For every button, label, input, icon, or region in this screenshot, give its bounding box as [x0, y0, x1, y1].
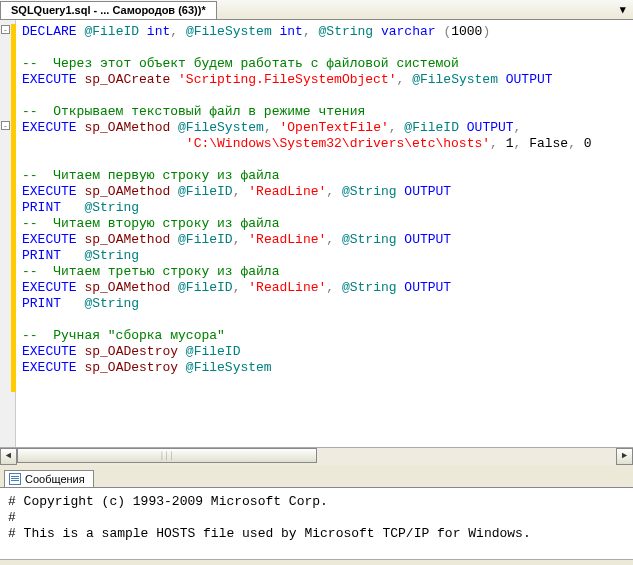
- punct: ,: [233, 280, 241, 295]
- tab-dropdown-icon[interactable]: ▾: [613, 0, 633, 19]
- var-filesystem: @FileSystem: [186, 24, 272, 39]
- var: @String: [342, 184, 397, 199]
- punct: ,: [264, 120, 272, 135]
- punct: ,: [326, 280, 334, 295]
- scroll-track[interactable]: │││: [17, 448, 616, 465]
- proc: sp_OADestroy: [84, 360, 178, 375]
- comment: -- Читаем первую строку из файла: [22, 168, 279, 183]
- messages-panel: Сообщения # Copyright (c) 1993-2009 Micr…: [0, 464, 633, 559]
- scroll-left-arrow-icon[interactable]: ◄: [0, 448, 17, 465]
- proc: sp_OAMethod: [84, 232, 170, 247]
- kw-int: int: [280, 24, 303, 39]
- change-marker: [11, 120, 16, 392]
- kw-execute: EXECUTE: [22, 232, 77, 247]
- pad: [61, 200, 84, 215]
- horizontal-scrollbar[interactable]: ◄ │││ ►: [0, 447, 633, 464]
- fold-toggle-icon[interactable]: -: [1, 121, 10, 130]
- var: @FileSystem: [412, 72, 498, 87]
- messages-tab[interactable]: Сообщения: [4, 470, 94, 487]
- message-line: # Copyright (c) 1993-2009 Microsoft Corp…: [8, 494, 328, 509]
- string: 'C:\Windows\System32\drivers\etc\hosts': [186, 136, 490, 151]
- document-tab[interactable]: SQLQuery1.sql - ... Самородов (63))*: [0, 1, 217, 19]
- editor-wrap: - - DECLARE @FileID int, @FileSystem int…: [0, 20, 633, 464]
- document-tab-bar: SQLQuery1.sql - ... Самородов (63))* ▾: [0, 0, 633, 20]
- var: @FileSystem: [178, 120, 264, 135]
- var-fileid: @FileID: [84, 24, 139, 39]
- var: @String: [342, 280, 397, 295]
- var: @FileID: [178, 232, 233, 247]
- message-line: # This is a sample HOSTS file used by Mi…: [8, 526, 531, 541]
- punct: ,: [514, 120, 522, 135]
- editor-gutter: - -: [0, 20, 16, 447]
- messages-tab-bar: Сообщения: [0, 465, 633, 487]
- punct: ,: [170, 24, 178, 39]
- punct: ,: [326, 232, 334, 247]
- punct: ,: [233, 184, 241, 199]
- comment: -- Открываем текстовый файл в режиме чте…: [22, 104, 365, 119]
- num: 1: [506, 136, 514, 151]
- proc: sp_OACreate: [84, 72, 170, 87]
- kw-varchar: varchar: [381, 24, 436, 39]
- var: @FileID: [186, 344, 241, 359]
- proc: sp_OAMethod: [84, 120, 170, 135]
- status-footer: [0, 559, 633, 565]
- fold-toggle-icon[interactable]: -: [1, 25, 10, 34]
- var: @FileID: [178, 184, 233, 199]
- comment: -- Через этот объект будем работать с фа…: [22, 56, 459, 71]
- kw-print: PRINT: [22, 200, 61, 215]
- var: @String: [84, 296, 139, 311]
- punct: ,: [568, 136, 576, 151]
- var: @String: [342, 232, 397, 247]
- tab-spacer: [217, 0, 613, 19]
- code-area[interactable]: DECLARE @FileID int, @FileSystem int, @S…: [16, 20, 633, 447]
- kw-output: OUTPUT: [404, 184, 451, 199]
- message-line: #: [8, 510, 16, 525]
- kw-print: PRINT: [22, 248, 61, 263]
- num: 1000: [451, 24, 482, 39]
- var: @FileID: [404, 120, 459, 135]
- scroll-right-arrow-icon[interactable]: ►: [616, 448, 633, 465]
- kw-print: PRINT: [22, 296, 61, 311]
- comment: -- Читаем вторую строку из файла: [22, 216, 279, 231]
- kw-false: False: [529, 136, 568, 151]
- punct: ,: [490, 136, 498, 151]
- messages-icon: [9, 473, 21, 485]
- string: 'ReadLine': [248, 280, 326, 295]
- var: @FileSystem: [186, 360, 272, 375]
- pad: [22, 136, 186, 151]
- var: @String: [84, 200, 139, 215]
- kw-output: OUTPUT: [467, 120, 514, 135]
- kw-execute: EXECUTE: [22, 344, 77, 359]
- kw-execute: EXECUTE: [22, 72, 77, 87]
- kw-execute: EXECUTE: [22, 120, 77, 135]
- kw-output: OUTPUT: [404, 232, 451, 247]
- string: 'ReadLine': [248, 184, 326, 199]
- comment: -- Ручная "сборка мусора": [22, 328, 225, 343]
- kw-int: int: [147, 24, 170, 39]
- punct: ,: [397, 72, 405, 87]
- punct: ,: [389, 120, 397, 135]
- punct: ,: [303, 24, 311, 39]
- kw-execute: EXECUTE: [22, 360, 77, 375]
- comment: -- Читаем третью строку из файла: [22, 264, 279, 279]
- messages-tab-label: Сообщения: [25, 473, 85, 485]
- punct: ): [482, 24, 490, 39]
- proc: sp_OADestroy: [84, 344, 178, 359]
- string: 'Scripting.FileSystemObject': [178, 72, 396, 87]
- pad: [61, 296, 84, 311]
- kw-execute: EXECUTE: [22, 280, 77, 295]
- punct: ,: [233, 232, 241, 247]
- var: @FileID: [178, 280, 233, 295]
- punct: ,: [514, 136, 522, 151]
- var-string: @String: [319, 24, 374, 39]
- sql-editor[interactable]: - - DECLARE @FileID int, @FileSystem int…: [0, 20, 633, 447]
- kw-output: OUTPUT: [404, 280, 451, 295]
- num: 0: [584, 136, 592, 151]
- var: @String: [84, 248, 139, 263]
- pad: [61, 248, 84, 263]
- string: 'OpenTextFile': [280, 120, 389, 135]
- kw-output: OUTPUT: [506, 72, 553, 87]
- messages-output[interactable]: # Copyright (c) 1993-2009 Microsoft Corp…: [0, 487, 633, 559]
- scroll-thumb[interactable]: │││: [17, 448, 317, 463]
- kw-declare: DECLARE: [22, 24, 77, 39]
